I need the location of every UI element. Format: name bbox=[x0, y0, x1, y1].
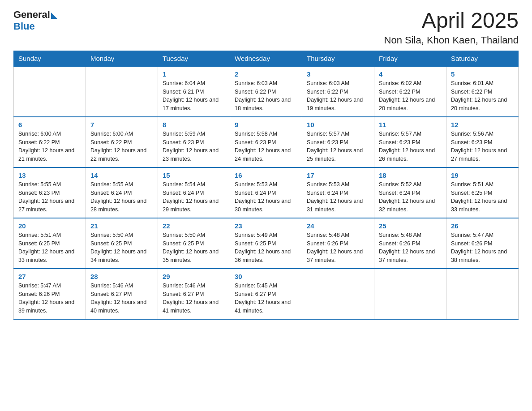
day-info: Sunrise: 5:48 AM Sunset: 6:26 PM Dayligh… bbox=[379, 231, 442, 265]
calendar-cell: 9Sunrise: 5:58 AM Sunset: 6:23 PM Daylig… bbox=[230, 117, 302, 167]
header-tuesday: Tuesday bbox=[158, 51, 230, 66]
day-info: Sunrise: 5:47 AM Sunset: 6:26 PM Dayligh… bbox=[451, 231, 514, 265]
calendar-cell: 16Sunrise: 5:53 AM Sunset: 6:24 PM Dayli… bbox=[230, 167, 302, 218]
calendar-cell: 27Sunrise: 5:47 AM Sunset: 6:26 PM Dayli… bbox=[14, 269, 86, 319]
day-number: 15 bbox=[163, 171, 225, 179]
day-number: 3 bbox=[307, 70, 369, 78]
day-info: Sunrise: 5:55 AM Sunset: 6:24 PM Dayligh… bbox=[90, 180, 153, 214]
calendar-cell: 14Sunrise: 5:55 AM Sunset: 6:24 PM Dayli… bbox=[86, 167, 158, 218]
day-number: 26 bbox=[451, 222, 514, 230]
day-number: 29 bbox=[163, 273, 225, 280]
calendar-cell: 12Sunrise: 5:56 AM Sunset: 6:23 PM Dayli… bbox=[446, 117, 519, 167]
header-thursday: Thursday bbox=[302, 51, 374, 66]
day-number: 7 bbox=[90, 121, 153, 128]
day-info: Sunrise: 5:46 AM Sunset: 6:27 PM Dayligh… bbox=[90, 282, 153, 315]
day-info: Sunrise: 5:46 AM Sunset: 6:27 PM Dayligh… bbox=[163, 282, 225, 315]
calendar-cell: 1Sunrise: 6:04 AM Sunset: 6:21 PM Daylig… bbox=[158, 66, 230, 117]
logo-text-blue: Blue bbox=[13, 21, 35, 32]
day-number: 11 bbox=[379, 121, 442, 128]
calendar-cell: 18Sunrise: 5:52 AM Sunset: 6:24 PM Dayli… bbox=[374, 167, 446, 218]
calendar-cell bbox=[14, 66, 86, 117]
calendar-cell bbox=[374, 269, 446, 319]
calendar-cell: 8Sunrise: 5:59 AM Sunset: 6:23 PM Daylig… bbox=[158, 117, 230, 167]
day-info: Sunrise: 5:53 AM Sunset: 6:24 PM Dayligh… bbox=[307, 180, 369, 214]
day-info: Sunrise: 5:58 AM Sunset: 6:23 PM Dayligh… bbox=[235, 130, 297, 163]
day-number: 25 bbox=[379, 222, 442, 230]
day-number: 14 bbox=[90, 171, 153, 179]
calendar-cell: 15Sunrise: 5:54 AM Sunset: 6:24 PM Dayli… bbox=[158, 167, 230, 218]
day-info: Sunrise: 5:45 AM Sunset: 6:27 PM Dayligh… bbox=[235, 282, 297, 315]
calendar-cell: 24Sunrise: 5:48 AM Sunset: 6:26 PM Dayli… bbox=[302, 218, 374, 269]
day-number: 28 bbox=[90, 273, 153, 280]
day-number: 10 bbox=[307, 121, 369, 128]
day-number: 20 bbox=[18, 222, 81, 230]
calendar-cell: 17Sunrise: 5:53 AM Sunset: 6:24 PM Dayli… bbox=[302, 167, 374, 218]
day-info: Sunrise: 5:51 AM Sunset: 6:25 PM Dayligh… bbox=[451, 180, 514, 214]
day-number: 21 bbox=[90, 222, 153, 230]
calendar-cell: 21Sunrise: 5:50 AM Sunset: 6:25 PM Dayli… bbox=[86, 218, 158, 269]
day-number: 1 bbox=[163, 70, 225, 78]
day-number: 18 bbox=[379, 171, 442, 179]
header-saturday: Saturday bbox=[446, 51, 519, 66]
day-info: Sunrise: 5:56 AM Sunset: 6:23 PM Dayligh… bbox=[451, 130, 514, 163]
day-number: 13 bbox=[18, 171, 81, 179]
calendar-table: Sunday Monday Tuesday Wednesday Thursday… bbox=[13, 51, 519, 320]
day-info: Sunrise: 6:03 AM Sunset: 6:22 PM Dayligh… bbox=[235, 79, 297, 113]
calendar-cell: 26Sunrise: 5:47 AM Sunset: 6:26 PM Dayli… bbox=[446, 218, 519, 269]
header-friday: Friday bbox=[374, 51, 446, 66]
day-number: 16 bbox=[235, 171, 297, 179]
calendar-cell: 10Sunrise: 5:57 AM Sunset: 6:23 PM Dayli… bbox=[302, 117, 374, 167]
calendar-cell: 6Sunrise: 6:00 AM Sunset: 6:22 PM Daylig… bbox=[14, 117, 86, 167]
day-info: Sunrise: 5:49 AM Sunset: 6:25 PM Dayligh… bbox=[235, 231, 297, 265]
week-row-1: 1Sunrise: 6:04 AM Sunset: 6:21 PM Daylig… bbox=[14, 66, 519, 117]
week-row-2: 6Sunrise: 6:00 AM Sunset: 6:22 PM Daylig… bbox=[14, 117, 519, 167]
day-number: 4 bbox=[379, 70, 442, 78]
weekday-header-row: Sunday Monday Tuesday Wednesday Thursday… bbox=[14, 51, 519, 66]
calendar-cell: 2Sunrise: 6:03 AM Sunset: 6:22 PM Daylig… bbox=[230, 66, 302, 117]
calendar-cell: 25Sunrise: 5:48 AM Sunset: 6:26 PM Dayli… bbox=[374, 218, 446, 269]
calendar-cell: 29Sunrise: 5:46 AM Sunset: 6:27 PM Dayli… bbox=[158, 269, 230, 319]
calendar-cell: 28Sunrise: 5:46 AM Sunset: 6:27 PM Dayli… bbox=[86, 269, 158, 319]
header-wednesday: Wednesday bbox=[230, 51, 302, 66]
week-row-5: 27Sunrise: 5:47 AM Sunset: 6:26 PM Dayli… bbox=[14, 269, 519, 319]
day-info: Sunrise: 5:57 AM Sunset: 6:23 PM Dayligh… bbox=[379, 130, 442, 163]
location-title: Non Sila, Khon Kaen, Thailand bbox=[384, 34, 519, 46]
day-number: 5 bbox=[451, 70, 514, 78]
calendar-cell: 30Sunrise: 5:45 AM Sunset: 6:27 PM Dayli… bbox=[230, 269, 302, 319]
day-number: 22 bbox=[163, 222, 225, 230]
day-info: Sunrise: 6:01 AM Sunset: 6:22 PM Dayligh… bbox=[451, 79, 514, 113]
header-sunday: Sunday bbox=[14, 51, 86, 66]
day-info: Sunrise: 6:03 AM Sunset: 6:22 PM Dayligh… bbox=[307, 79, 369, 113]
calendar-cell: 19Sunrise: 5:51 AM Sunset: 6:25 PM Dayli… bbox=[446, 167, 519, 218]
calendar-cell: 22Sunrise: 5:50 AM Sunset: 6:25 PM Dayli… bbox=[158, 218, 230, 269]
month-title: April 2025 bbox=[384, 9, 519, 33]
day-info: Sunrise: 6:04 AM Sunset: 6:21 PM Dayligh… bbox=[163, 79, 225, 113]
day-info: Sunrise: 6:00 AM Sunset: 6:22 PM Dayligh… bbox=[18, 130, 81, 163]
day-info: Sunrise: 5:48 AM Sunset: 6:26 PM Dayligh… bbox=[307, 231, 369, 265]
day-info: Sunrise: 5:53 AM Sunset: 6:24 PM Dayligh… bbox=[235, 180, 297, 214]
day-number: 19 bbox=[451, 171, 514, 179]
day-info: Sunrise: 6:02 AM Sunset: 6:22 PM Dayligh… bbox=[379, 79, 442, 113]
day-number: 9 bbox=[235, 121, 297, 128]
day-info: Sunrise: 5:52 AM Sunset: 6:24 PM Dayligh… bbox=[379, 180, 442, 214]
day-number: 17 bbox=[307, 171, 369, 179]
day-number: 12 bbox=[451, 121, 514, 128]
week-row-3: 13Sunrise: 5:55 AM Sunset: 6:23 PM Dayli… bbox=[14, 167, 519, 218]
calendar-cell: 7Sunrise: 6:00 AM Sunset: 6:22 PM Daylig… bbox=[86, 117, 158, 167]
calendar-cell: 23Sunrise: 5:49 AM Sunset: 6:25 PM Dayli… bbox=[230, 218, 302, 269]
logo-text-general: General bbox=[13, 9, 50, 21]
calendar-cell bbox=[86, 66, 158, 117]
day-number: 2 bbox=[235, 70, 297, 78]
calendar-cell: 4Sunrise: 6:02 AM Sunset: 6:22 PM Daylig… bbox=[374, 66, 446, 117]
day-number: 23 bbox=[235, 222, 297, 230]
day-info: Sunrise: 5:47 AM Sunset: 6:26 PM Dayligh… bbox=[18, 282, 81, 315]
day-info: Sunrise: 5:57 AM Sunset: 6:23 PM Dayligh… bbox=[307, 130, 369, 163]
calendar-cell: 20Sunrise: 5:51 AM Sunset: 6:25 PM Dayli… bbox=[14, 218, 86, 269]
day-number: 6 bbox=[18, 121, 81, 128]
page-header: General Blue April 2025 Non Sila, Khon K… bbox=[13, 9, 519, 46]
calendar-cell: 3Sunrise: 6:03 AM Sunset: 6:22 PM Daylig… bbox=[302, 66, 374, 117]
day-info: Sunrise: 6:00 AM Sunset: 6:22 PM Dayligh… bbox=[90, 130, 153, 163]
calendar-cell: 13Sunrise: 5:55 AM Sunset: 6:23 PM Dayli… bbox=[14, 167, 86, 218]
day-info: Sunrise: 5:54 AM Sunset: 6:24 PM Dayligh… bbox=[163, 180, 225, 214]
day-number: 8 bbox=[163, 121, 225, 128]
